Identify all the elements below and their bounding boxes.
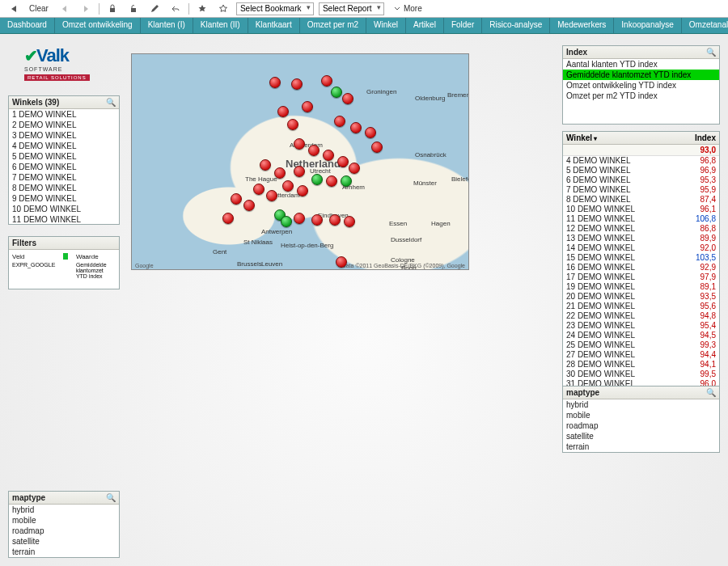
map-pin[interactable] <box>334 116 345 127</box>
map-pin[interactable] <box>311 174 323 185</box>
table-col1[interactable]: Winkel <box>566 133 592 142</box>
map-pin[interactable] <box>243 200 255 211</box>
table-row[interactable]: 15 DEMO WINKEL103,5 <box>563 253 719 263</box>
list-item[interactable]: hybrid <box>563 399 719 410</box>
map-pin[interactable] <box>231 193 242 205</box>
search-icon[interactable]: 🔍 <box>106 98 116 107</box>
tab-medewerkers[interactable]: Medewerkers <box>550 18 614 33</box>
back-button[interactable] <box>57 2 73 15</box>
map-pin[interactable] <box>294 213 305 224</box>
table-row[interactable]: 28 DEMO WINKEL94,1 <box>563 360 719 370</box>
index-item[interactable]: Omzet ontwikkeling YTD index <box>563 80 719 91</box>
table-header[interactable]: Winkel▾ Index <box>563 132 719 145</box>
list-item[interactable]: 8 DEMO WINKEL <box>9 183 119 193</box>
map-pin[interactable] <box>321 75 332 87</box>
map-pin[interactable] <box>329 214 341 226</box>
map-pin[interactable] <box>282 180 294 192</box>
list-item[interactable]: 5 DEMO WINKEL <box>9 151 119 162</box>
table-row[interactable]: 16 DEMO WINKEL92,9 <box>563 263 719 272</box>
table-row[interactable]: 17 DEMO WINKEL97,9 <box>563 272 719 282</box>
table-col2[interactable]: Index <box>695 133 716 142</box>
map-pin[interactable] <box>365 127 376 138</box>
table-row[interactable]: 7 DEMO WINKEL95,9 <box>563 185 719 195</box>
maptype-list-right[interactable]: hybridmobileroadmapsatelliteterrain <box>563 399 719 452</box>
table-row[interactable]: 24 DEMO WINKEL94,5 <box>563 331 719 340</box>
table-row[interactable]: 25 DEMO WINKEL99,3 <box>563 340 719 350</box>
table-row[interactable]: 8 DEMO WINKEL87,4 <box>563 195 719 205</box>
list-item[interactable]: mobile <box>563 410 719 420</box>
index-item[interactable]: Omzet per m2 YTD index <box>563 91 719 101</box>
map-pin[interactable] <box>308 145 320 156</box>
index-item[interactable]: Gemiddelde klantomzet YTD index <box>563 70 719 80</box>
map-pin[interactable] <box>311 214 323 226</box>
map-pin[interactable] <box>326 175 337 187</box>
edit-button[interactable] <box>146 2 163 15</box>
tab-risico-analyse[interactable]: Risico-analyse <box>482 18 550 33</box>
list-item[interactable]: 1 DEMO WINKEL <box>9 109 119 120</box>
list-item[interactable]: roadmap <box>9 526 119 536</box>
clear-button[interactable]: Clear <box>26 2 52 15</box>
map-pin[interactable] <box>281 216 292 227</box>
map-pin[interactable] <box>260 159 271 171</box>
index-list[interactable]: Aantal klanten YTD indexGemiddelde klant… <box>563 59 719 124</box>
tab-klantkaart[interactable]: Klantkaart <box>248 18 300 33</box>
tab-winkel[interactable]: Winkel <box>366 18 406 33</box>
maptype-list-left[interactable]: hybridmobileroadmapsatelliteterrain <box>9 505 119 557</box>
map-pin[interactable] <box>341 175 352 187</box>
search-icon[interactable]: 🔍 <box>706 48 716 57</box>
map-pin[interactable] <box>336 256 347 268</box>
map-pin[interactable] <box>337 156 349 167</box>
forward-button[interactable] <box>78 2 94 15</box>
bookmark-select[interactable]: Select Bookmark <box>236 2 314 15</box>
list-item[interactable]: 2 DEMO WINKEL <box>9 120 119 130</box>
tab-artikel[interactable]: Artikel <box>406 18 444 33</box>
tab-dashboard[interactable]: Dashboard <box>0 18 55 33</box>
list-item[interactable]: 4 DEMO WINKEL <box>9 141 119 151</box>
map-pin[interactable] <box>350 122 362 133</box>
list-item[interactable]: satellite <box>563 431 719 441</box>
table-row[interactable]: 10 DEMO WINKEL96,1 <box>563 205 719 214</box>
tab-klanten-i-[interactable]: Klanten (I) <box>141 18 193 33</box>
list-item[interactable]: 9 DEMO WINKEL <box>9 193 119 204</box>
table-row[interactable]: 12 DEMO WINKEL86,8 <box>563 224 719 234</box>
table-row[interactable]: 22 DEMO WINKEL94,8 <box>563 311 719 321</box>
unlock-button[interactable] <box>125 2 142 15</box>
map-pin[interactable] <box>269 77 281 88</box>
list-item[interactable]: satellite <box>9 536 119 547</box>
tab-inkoopanalyse[interactable]: Inkoopanalyse <box>614 18 682 33</box>
first-button[interactable] <box>5 2 21 15</box>
winkels-header[interactable]: Winkels (39) 🔍 <box>9 96 119 109</box>
map-pin[interactable] <box>344 216 355 227</box>
filters-header[interactable]: Filters <box>9 237 119 250</box>
map-pin[interactable] <box>294 166 305 177</box>
tab-klanten-ii-[interactable]: Klanten (II) <box>193 18 248 33</box>
list-item[interactable]: 11 DEMO WINKEL <box>9 214 119 224</box>
map-pin[interactable] <box>323 150 334 161</box>
star-button[interactable] <box>194 2 210 15</box>
table-row[interactable]: 21 DEMO WINKEL95,6 <box>563 302 719 311</box>
tab-omzetanalyse[interactable]: Omzetanalyse <box>682 18 728 33</box>
map-pin[interactable] <box>274 167 286 179</box>
bookmark-select-wrap[interactable]: Select Bookmark <box>236 2 314 15</box>
list-item[interactable]: hybrid <box>9 505 119 515</box>
map-pin[interactable] <box>349 163 360 174</box>
map-pin[interactable] <box>371 142 383 153</box>
table-row[interactable]: 6 DEMO WINKEL95,3 <box>563 175 719 185</box>
map-pin[interactable] <box>287 119 298 130</box>
table-row[interactable]: 20 DEMO WINKEL93,5 <box>563 292 719 302</box>
map-pin[interactable] <box>342 93 353 104</box>
tab-omzet-per-m2[interactable]: Omzet per m2 <box>300 18 366 33</box>
table-row[interactable]: 11 DEMO WINKEL106,8 <box>563 214 719 224</box>
index-item[interactable]: Aantal klanten YTD index <box>563 59 719 70</box>
list-item[interactable]: 6 DEMO WINKEL <box>9 162 119 172</box>
table-row[interactable]: 13 DEMO WINKEL89,9 <box>563 234 719 243</box>
index-header[interactable]: Index 🔍 <box>563 46 719 59</box>
list-item[interactable]: roadmap <box>563 420 719 431</box>
map-pin[interactable] <box>277 106 289 117</box>
maptype-header-left[interactable]: maptype 🔍 <box>9 492 119 505</box>
map-pin[interactable] <box>253 184 265 195</box>
list-item[interactable]: 10 DEMO WINKEL <box>9 204 119 214</box>
table-row[interactable]: 19 DEMO WINKEL89,1 <box>563 282 719 292</box>
list-item[interactable]: 7 DEMO WINKEL <box>9 172 119 183</box>
map-pin[interactable] <box>297 185 308 196</box>
